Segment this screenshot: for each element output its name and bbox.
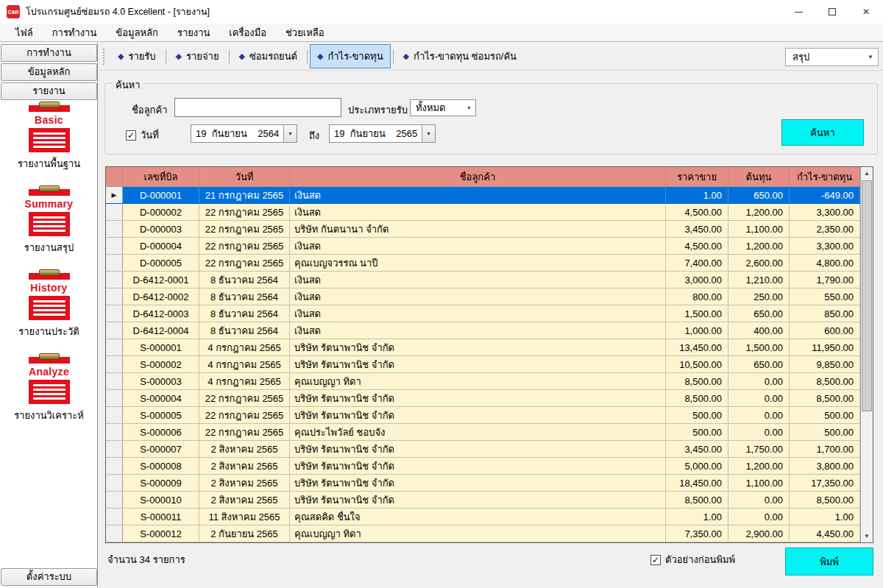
diamond-icon: ◆: [118, 52, 124, 60]
sidebar-shortcut-basic[interactable]: Basicรายงานพื้นฐาน: [0, 102, 98, 171]
row-selector[interactable]: ▶: [106, 187, 123, 203]
col-header-cost[interactable]: ต้นทุน: [728, 167, 790, 186]
sidebar-shortcut-history[interactable]: Historyรายงานประวัติ: [0, 269, 98, 339]
row-selector[interactable]: [106, 475, 123, 491]
date-to-picker[interactable]: 19 กันยายน 2565 ▼: [329, 124, 436, 143]
sidebar-shortcut-summary[interactable]: Summaryรายงานสรุป: [0, 185, 98, 255]
row-selector[interactable]: [106, 272, 123, 288]
col-header-sale-price[interactable]: ราคาขาย: [666, 167, 728, 186]
cell-bill: S-000008: [123, 458, 199, 474]
close-button[interactable]: ✕: [849, 0, 883, 24]
row-selector[interactable]: [106, 390, 123, 406]
tab-3[interactable]: ◆กำไร-ขาดทุน: [310, 44, 391, 68]
col-header-profit-loss[interactable]: กำไร-ขาดทุน: [790, 167, 860, 186]
row-selector[interactable]: [106, 356, 123, 372]
cell-date: 8 ธันวาคม 2564: [199, 305, 290, 322]
table-row[interactable]: D-00000422 กรกฎาคม 2565เงินสด4,500.001,2…: [106, 238, 860, 255]
table-row[interactable]: S-0000072 สิงหาคม 2565บริษัท รัตนาพานิช …: [106, 441, 860, 458]
search-button[interactable]: ค้นหา: [781, 119, 864, 146]
table-row[interactable]: S-0000092 สิงหาคม 2565บริษัท รัตนาพานิช …: [106, 475, 860, 492]
col-header-bill-no[interactable]: เลขที่บิล: [123, 167, 199, 186]
cell-bill: D-6412-0002: [123, 288, 199, 305]
row-selector[interactable]: [106, 204, 123, 220]
row-selector[interactable]: [106, 221, 123, 237]
maximize-button[interactable]: [815, 0, 849, 24]
sidebar: การทำงานข้อมูลหลักรายงาน Basicรายงานพื้น…: [0, 43, 98, 588]
chevron-down-icon[interactable]: ▼: [422, 125, 435, 142]
table-row[interactable]: S-00000522 กรกฎาคม 2565บริษัท รัตนาพานิช…: [106, 407, 860, 424]
col-header-customer[interactable]: ชื่อลูกค้า: [290, 167, 666, 186]
menu-item-1[interactable]: การทำงาน: [43, 23, 107, 43]
table-row[interactable]: D-00000522 กรกฎาคม 2565คุณเบญจวรรณ นาปี7…: [106, 255, 860, 272]
row-selector[interactable]: [106, 458, 123, 474]
row-selector[interactable]: [106, 288, 123, 305]
table-row[interactable]: D-00000322 กรกฎาคม 2565บริษัท กันตนานา จ…: [106, 221, 860, 238]
tab-0[interactable]: ◆รายรับ: [110, 44, 163, 68]
minimize-button[interactable]: [781, 0, 815, 24]
table-row[interactable]: D-6412-00048 ธันวาคม 2564เงินสด1,000.004…: [106, 322, 860, 339]
table-row[interactable]: S-00000622 กรกฎาคม 2565คุณประไพวัลย์ ชอบ…: [106, 424, 860, 441]
row-selector[interactable]: [106, 339, 123, 355]
menu-item-0[interactable]: ไฟล์: [6, 23, 43, 43]
tab-4[interactable]: ◆กำไร-ขาดทุน ซ่อมรถ/คัน: [396, 44, 524, 68]
sidebar-shortcut-analyze[interactable]: Analyzeรายงานวิเคราะห์: [0, 353, 98, 423]
sidebar-nav-button-2[interactable]: รายงาน: [1, 82, 97, 100]
menu-item-3[interactable]: รายงาน: [168, 23, 219, 43]
row-selector[interactable]: [106, 322, 123, 339]
menu-item-5[interactable]: ช่วยเหลือ: [276, 23, 334, 43]
settings-button[interactable]: ตั้งค่าระบบ: [1, 568, 97, 586]
scroll-up-button[interactable]: ▲: [861, 167, 873, 180]
date-from-picker[interactable]: 19 กันยายน 2564 ▼: [191, 124, 297, 143]
cell-date: 4 กรกฎาคม 2565: [199, 356, 290, 372]
scrollbar-thumb[interactable]: [862, 180, 872, 411]
cell-cust: บริษัท กันตนานา จำกัด: [290, 221, 666, 237]
table-row[interactable]: S-00001111 สิงหาคม 2565คุณสดคิด ชื่นใจ1.…: [106, 509, 860, 525]
date-filter-checkbox[interactable]: ✓ วันที่: [126, 127, 159, 143]
income-type-select[interactable]: ทั้งหมด ▼: [410, 99, 476, 116]
row-selector[interactable]: [106, 373, 123, 389]
scroll-down-button[interactable]: ▼: [861, 530, 873, 542]
cell-profit: 500.00: [790, 407, 860, 423]
cell-price: 13,450.00: [666, 339, 728, 355]
table-row[interactable]: S-0000034 กรกฎาคม 2565คุณเบญญา ทิดา8,500…: [106, 373, 860, 390]
sidebar-nav-button-0[interactable]: การทำงาน: [1, 44, 97, 62]
vertical-scrollbar[interactable]: ▲ ▼: [860, 167, 873, 542]
row-selector[interactable]: [106, 255, 123, 271]
table-row[interactable]: S-0000082 สิงหาคม 2565บริษัท รัตนาพานิช …: [106, 458, 860, 475]
report-view-select[interactable]: สรุป ▼: [785, 48, 879, 66]
table-row[interactable]: S-0000102 สิงหาคม 2565บริษัท รัตนาพานิช …: [106, 492, 860, 509]
table-row[interactable]: D-6412-00018 ธันวาคม 2564เงินสด3,000.001…: [106, 272, 860, 288]
tab-2[interactable]: ◆ซ่อมรถยนต์: [232, 44, 305, 68]
table-row[interactable]: D-6412-00038 ธันวาคม 2564เงินสด1,500.006…: [106, 305, 860, 322]
row-selector[interactable]: [106, 305, 123, 322]
table-row[interactable]: D-6412-00028 ธันวาคม 2564เงินสด800.00250…: [106, 288, 860, 305]
row-selector[interactable]: [106, 509, 123, 525]
row-selector[interactable]: [106, 238, 123, 254]
date-checkbox-label: วันที่: [141, 127, 159, 143]
row-selector[interactable]: [106, 407, 123, 423]
menu-item-4[interactable]: เครื่องมือ: [219, 23, 276, 43]
customer-input[interactable]: [174, 98, 341, 117]
print-preview-checkbox[interactable]: ✓ ตัวอย่างก่อนพิมพ์: [650, 552, 735, 567]
col-header-date[interactable]: วันที่: [199, 167, 290, 186]
table-row[interactable]: S-00000422 กรกฎาคม 2565บริษัท รัตนาพานิช…: [106, 390, 860, 407]
table-row[interactable]: ▶D-00000121 กรกฎาคม 2565เงินสด1.00650.00…: [106, 187, 860, 204]
table-row[interactable]: D-00000222 กรกฎาคม 2565เงินสด4,500.001,2…: [106, 204, 860, 221]
record-count: จำนวน 34 รายการ: [107, 552, 185, 567]
tab-1[interactable]: ◆รายจ่าย: [169, 44, 227, 68]
table-row[interactable]: S-0000014 กรกฎาคม 2565บริษัท รัตนาพานิช …: [106, 339, 860, 356]
print-button[interactable]: พิมพ์: [785, 548, 873, 575]
row-selector[interactable]: [106, 441, 123, 457]
table-row[interactable]: S-0000024 กรกฎาคม 2565บริษัท รัตนาพานิช …: [106, 356, 860, 373]
row-selector[interactable]: [106, 424, 123, 440]
sidebar-nav-button-1[interactable]: ข้อมูลหลัก: [1, 63, 97, 81]
cell-date: 8 ธันวาคม 2564: [199, 288, 290, 305]
row-selector[interactable]: [106, 525, 123, 542]
row-selector[interactable]: [106, 492, 123, 508]
cell-cust: เงินสด: [290, 305, 666, 322]
cell-date: 2 สิงหาคม 2565: [199, 492, 290, 508]
chevron-down-icon[interactable]: ▼: [283, 125, 297, 142]
cell-cust: เงินสด: [290, 238, 666, 254]
table-row[interactable]: S-0000122 กันยายน 2565คุณเบญญา ทิดา7,350…: [106, 525, 860, 542]
menu-item-2[interactable]: ข้อมูลหลัก: [106, 23, 168, 43]
